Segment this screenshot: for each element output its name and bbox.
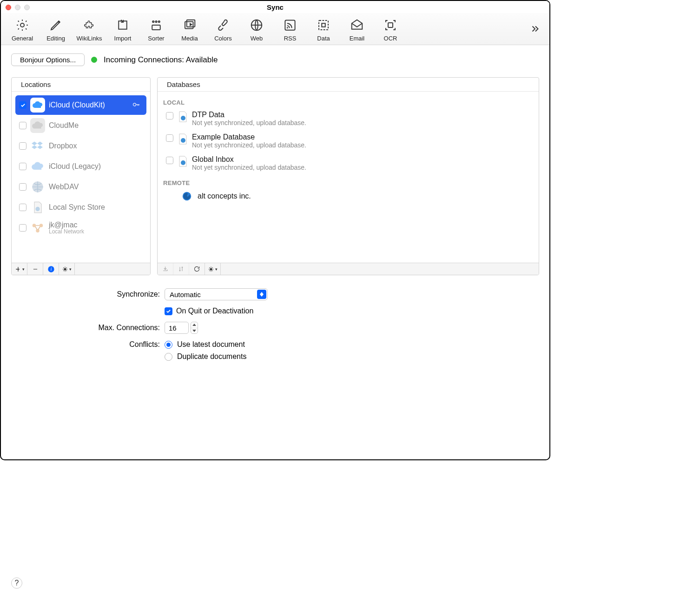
location-checkbox[interactable] — [19, 122, 26, 129]
toolbar-label: Data — [317, 35, 330, 42]
svg-rect-5 — [185, 22, 193, 29]
preferences-toolbar: General Editing WikiLinks Import Sorter … — [1, 13, 549, 45]
local-section-label: LOCAL — [163, 99, 533, 106]
database-status: Not yet synchronized, upload database. — [192, 141, 306, 149]
document-icon — [30, 200, 45, 215]
toolbar-media[interactable]: Media — [173, 17, 206, 42]
database-name: DTP Data — [192, 111, 306, 119]
location-checkbox[interactable] — [19, 101, 26, 109]
svg-point-22 — [181, 116, 185, 120]
databases-list: LOCAL DTP Data Not yet synchronized, upl… — [158, 92, 539, 263]
locations-panel: Locations iCloud (CloudKit) — [11, 77, 151, 275]
database-name: Global Inbox — [192, 155, 306, 164]
conflicts-radio-duplicate[interactable] — [165, 353, 172, 361]
pencil-icon — [47, 17, 64, 33]
location-icloud-cloudkit[interactable]: iCloud (CloudKit) — [15, 95, 146, 115]
location-checkbox[interactable] — [19, 224, 26, 232]
toolbar-label: Sorter — [148, 35, 164, 42]
database-icon — [178, 133, 187, 144]
location-checkbox[interactable] — [19, 163, 26, 170]
svg-point-3 — [158, 21, 160, 22]
database-icon — [178, 111, 187, 121]
synchronize-select[interactable]: Automatic — [165, 288, 268, 300]
toolbar-data[interactable]: Data — [307, 17, 340, 42]
sync-settings: Synchronize: Automatic On Quit or Deacti… — [11, 288, 539, 365]
stepper-up-icon[interactable] — [191, 322, 198, 328]
on-quit-label: On Quit or Deactivation — [176, 307, 253, 315]
toolbar-rss[interactable]: RSS — [273, 17, 307, 42]
toolbar-overflow-button[interactable] — [530, 24, 540, 35]
refresh-button[interactable] — [189, 263, 205, 275]
location-checkbox[interactable] — [19, 142, 26, 150]
conflicts-option-latest: Use latest document — [177, 340, 245, 349]
toolbar-web[interactable]: Web — [240, 17, 273, 42]
import-icon — [114, 17, 131, 33]
databases-footer: ▾ — [158, 263, 539, 275]
location-dropbox[interactable]: Dropbox — [15, 136, 146, 156]
toolbar-ocr[interactable]: OCR — [374, 17, 407, 42]
toolbar-sorter[interactable]: Sorter — [139, 17, 173, 42]
location-sublabel: Local Network — [49, 228, 84, 235]
stepper-down-icon[interactable] — [191, 328, 198, 334]
svg-point-1 — [152, 21, 154, 22]
database-checkbox[interactable] — [166, 157, 173, 164]
database-name: Example Database — [192, 133, 306, 141]
info-button[interactable]: i — [43, 263, 59, 275]
bonjour-options-button[interactable]: Bonjour Options... — [11, 53, 85, 66]
window-title: Sync — [1, 3, 549, 11]
max-connections-stepper[interactable] — [191, 322, 198, 334]
location-local-sync-store[interactable]: Local Sync Store — [15, 198, 146, 217]
toolbar-general[interactable]: General — [6, 17, 39, 42]
svg-rect-12 — [388, 23, 393, 27]
connection-status: Incoming Connections: Available — [104, 55, 218, 65]
toolbar-import[interactable]: Import — [106, 17, 139, 42]
download-button[interactable] — [158, 263, 173, 275]
toolbar-label: General — [12, 35, 33, 42]
sorter-icon — [148, 17, 165, 33]
databases-header: Databases — [158, 78, 539, 92]
brush-icon — [215, 17, 231, 33]
remove-location-button[interactable] — [27, 263, 43, 275]
database-action-menu-button[interactable]: ▾ — [205, 263, 221, 275]
databases-panel: Databases LOCAL DTP Data Not yet synchro… — [157, 77, 539, 275]
location-cloudme[interactable]: CloudMe — [15, 116, 146, 135]
database-item[interactable]: DTP Data Not yet synchronized, upload da… — [161, 109, 535, 131]
toolbar-wikilinks[interactable]: WikiLinks — [73, 17, 106, 42]
location-local-network[interactable]: jk@jmac Local Network — [15, 218, 146, 238]
location-webdav[interactable]: WebDAV — [15, 177, 146, 197]
remote-database-item[interactable]: alt concepts inc. — [161, 189, 535, 203]
toolbar-label: Editing — [46, 35, 65, 42]
sync-arrows-button[interactable] — [173, 263, 189, 275]
toolbar-colors[interactable]: Colors — [206, 17, 240, 42]
data-icon — [315, 17, 332, 33]
on-quit-checkbox[interactable] — [165, 307, 172, 315]
max-connections-input[interactable]: 16 — [165, 322, 189, 334]
database-icon — [178, 156, 187, 166]
conflicts-radio-latest[interactable] — [165, 341, 172, 349]
ocr-icon — [382, 17, 399, 33]
key-icon — [132, 101, 141, 109]
locations-list: iCloud (CloudKit) CloudMe — [12, 92, 150, 263]
location-checkbox[interactable] — [19, 183, 26, 191]
database-item[interactable]: Example Database Not yet synchronized, u… — [161, 131, 535, 153]
svg-point-0 — [20, 23, 24, 27]
locations-header: Locations — [12, 78, 150, 92]
location-label: Dropbox — [49, 142, 143, 150]
database-item[interactable]: Global Inbox Not yet synchronized, uploa… — [161, 153, 535, 176]
database-status: Not yet synchronized, upload database. — [192, 119, 306, 126]
toolbar-email[interactable]: Email — [340, 17, 374, 42]
svg-point-9 — [287, 27, 288, 28]
envelope-icon — [349, 17, 365, 33]
synchronize-value: Automatic — [170, 291, 201, 298]
location-checkbox[interactable] — [19, 204, 26, 211]
add-location-button[interactable]: ▾ — [12, 263, 27, 275]
location-label: WebDAV — [49, 183, 143, 191]
sync-content: Bonjour Options... Incoming Connections:… — [1, 45, 549, 376]
location-icloud-legacy[interactable]: iCloud (Legacy) — [15, 157, 146, 176]
toolbar-label: Media — [181, 35, 198, 42]
database-checkbox[interactable] — [166, 112, 173, 119]
action-menu-button[interactable]: ▾ — [59, 263, 75, 275]
location-label: iCloud (Legacy) — [49, 162, 143, 171]
toolbar-editing[interactable]: Editing — [39, 17, 73, 42]
database-checkbox[interactable] — [166, 134, 173, 142]
